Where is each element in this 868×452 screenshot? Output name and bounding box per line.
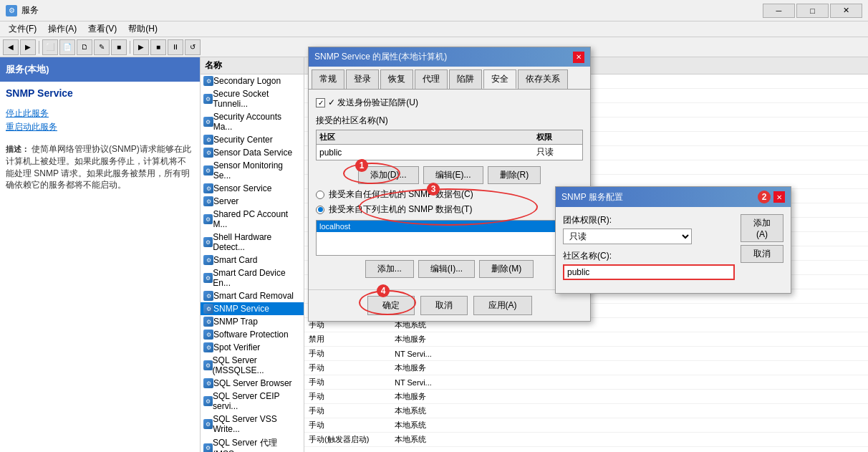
ok-button[interactable]: 确定 [367, 296, 415, 315]
service-item-0[interactable]: ⚙Secondary Logon [201, 74, 304, 87]
snmp-close-button[interactable]: ✕ [773, 191, 785, 203]
delete-host-button[interactable]: 删除(M) [479, 260, 534, 278]
right-row-18[interactable]: 禁用本地服务 [304, 332, 868, 347]
community-table: 社区 权限 public 只读 [316, 130, 583, 160]
service-item-18[interactable]: ⚙SQL Server Browser [201, 377, 304, 390]
service-item-2[interactable]: ⚙Security Accounts Ma... [201, 110, 304, 133]
service-icon-20: ⚙ [203, 419, 213, 429]
community-name-row: 社区名称(C): [563, 250, 735, 280]
right-row-20[interactable]: 手动本地服务 [304, 361, 868, 375]
service-item-label-21: SQL Server 代理 (MSS... [213, 437, 301, 452]
community-btn-row: 添加(D)... 编辑(E)... 删除(R) [316, 166, 583, 184]
service-item-3[interactable]: ⚙Security Center [201, 133, 304, 146]
menu-view[interactable]: 查看(V) [82, 21, 122, 37]
tab-general[interactable]: 常规 [312, 69, 344, 89]
tab-trap[interactable]: 陷阱 [449, 69, 482, 89]
close-button[interactable]: ✕ [830, 4, 862, 18]
right-row-21[interactable]: 手动NT Servi... [304, 375, 868, 390]
service-item-5[interactable]: ⚙Sensor Monitoring Se... [201, 159, 304, 182]
community-table-header: 社区 权限 [317, 130, 582, 145]
restart-service-link[interactable]: 重启动此服务 [6, 121, 194, 133]
service-item-label-10: Smart Card [213, 255, 257, 265]
service-icon-5: ⚙ [203, 165, 213, 175]
snmp-config-dialog[interactable]: SNMP 服务配置 2 ✕ 团体权限(R): 只读 读写 只通知 读创建 [555, 186, 791, 294]
service-item-6[interactable]: ⚙Sensor Service [201, 182, 304, 195]
stop-service-link[interactable]: 停止此服务 [6, 107, 194, 120]
service-item-12[interactable]: ⚙Smart Card Removal [201, 289, 304, 302]
play-button[interactable]: ▶ [133, 39, 149, 55]
service-icon-17: ⚙ [203, 360, 213, 370]
service-item-10[interactable]: ⚙Smart Card [201, 254, 304, 266]
forward-button[interactable]: ▶ [20, 39, 36, 55]
login-col-22: 本地服务 [395, 391, 452, 402]
service-item-19[interactable]: ⚙SQL Server CEIP servi... [201, 390, 304, 413]
back-button[interactable]: ◀ [3, 39, 19, 55]
service-item-20[interactable]: ⚙SQL Server VSS Write... [201, 413, 304, 436]
service-item-4[interactable]: ⚙Sensor Data Service [201, 146, 304, 159]
host-localhost[interactable]: localhost [317, 221, 582, 232]
toolbar-btn-5[interactable]: ■ [111, 39, 127, 55]
community-right-dropdown[interactable]: 只读 读写 只通知 读创建 无 [563, 229, 692, 244]
service-item-label-0: Secondary Logon [213, 76, 281, 86]
community-row-public[interactable]: public 只读 [317, 145, 582, 160]
service-item-8[interactable]: ⚙Shared PC Account M... [201, 208, 304, 231]
annotation-2: 2 [758, 191, 771, 203]
delete-community-button[interactable]: 删除(R) [488, 166, 541, 184]
window-controls[interactable]: ─ □ ✕ [763, 4, 862, 18]
restart-button[interactable]: ↺ [185, 39, 201, 55]
toolbar-btn-3[interactable]: 🗋 [77, 39, 92, 55]
cancel-button[interactable]: 取消 [420, 296, 468, 315]
tab-restore[interactable]: 恢复 [380, 69, 413, 89]
properties-close-button[interactable]: ✕ [573, 52, 584, 63]
service-item-15[interactable]: ⚙Software Protection [201, 328, 304, 341]
toolbar-btn-1[interactable]: ⬜ [42, 39, 58, 55]
right-row-24[interactable]: 手动本地系统 [304, 418, 868, 433]
service-item-1[interactable]: ⚙Secure Socket Tunneli... [201, 87, 304, 110]
tab-agent[interactable]: 代理 [415, 69, 448, 89]
snmp-right-row: 团体权限(R): 只读 读写 只通知 读创建 无 社区名称(C): [563, 214, 783, 286]
service-item-16[interactable]: ⚙Spot Verifier [201, 341, 304, 354]
tab-dependency[interactable]: 依存关系 [518, 69, 568, 89]
service-item-21[interactable]: ⚙SQL Server 代理 (MSS... [201, 436, 304, 452]
community-name-input[interactable] [563, 264, 735, 280]
toolbar-btn-2[interactable]: 📄 [59, 39, 75, 55]
right-row-23[interactable]: 手动本地系统 [304, 404, 868, 418]
pause-button[interactable]: ⏸ [168, 39, 183, 55]
right-row-25[interactable]: 手动(触发器启动)本地系统 [304, 433, 868, 447]
service-icon-11: ⚙ [203, 273, 213, 283]
radio-listed-hosts[interactable] [316, 206, 324, 214]
service-item-11[interactable]: ⚙Smart Card Device En... [201, 266, 304, 289]
stop-button[interactable]: ■ [150, 39, 166, 55]
tab-login[interactable]: 登录 [346, 69, 379, 89]
service-icon-4: ⚙ [203, 148, 213, 158]
auth-trap-checkbox[interactable]: ✓ [316, 98, 325, 107]
edit-host-button[interactable]: 编辑(I)... [418, 260, 475, 278]
properties-dialog[interactable]: SNMP Service 的属性(本地计算机) ✕ 常规 登录 恢复 代理 陷阱… [308, 47, 591, 322]
edit-community-button[interactable]: 编辑(E)... [423, 166, 483, 184]
desc-text: 使简单网络管理协议(SNMP)请求能够在此计算机上被处理。如果此服务停止，计算机… [6, 144, 191, 190]
service-item-13[interactable]: ⚙SNMP Service [201, 302, 304, 315]
startup-col-20: 手动 [309, 362, 395, 373]
add-community-button[interactable]: 添加(D)... [358, 166, 419, 184]
right-row-22[interactable]: 手动本地服务 [304, 390, 868, 404]
menu-action[interactable]: 操作(A) [42, 21, 82, 37]
maximize-button[interactable]: □ [796, 4, 829, 18]
right-row-19[interactable]: 手动NT Servi... [304, 347, 868, 361]
service-item-7[interactable]: ⚙Server [201, 195, 304, 208]
service-item-17[interactable]: ⚙SQL Server (MSSQLSE... [201, 354, 304, 377]
startup-col-25: 手动(触发器启动) [309, 434, 395, 445]
tab-security[interactable]: 安全 [483, 69, 516, 89]
service-item-label-7: Server [213, 196, 238, 206]
service-item-9[interactable]: ⚙Shell Hardware Detect... [201, 231, 304, 254]
snmp-content: 团体权限(R): 只读 读写 只通知 读创建 无 社区名称(C): [556, 207, 791, 293]
snmp-add-button[interactable]: 添加(A) [741, 214, 783, 242]
snmp-cancel-button[interactable]: 取消 [741, 245, 783, 263]
toolbar-btn-4[interactable]: ✎ [94, 39, 110, 55]
minimize-button[interactable]: ─ [763, 4, 795, 18]
service-item-14[interactable]: ⚙SNMP Trap [201, 315, 304, 328]
menu-help[interactable]: 帮助(H) [122, 21, 163, 37]
add-host-button[interactable]: 添加... [365, 260, 414, 278]
radio-any-host[interactable] [316, 191, 324, 199]
apply-button[interactable]: 应用(A) [473, 296, 532, 315]
menu-file[interactable]: 文件(F) [3, 21, 42, 37]
